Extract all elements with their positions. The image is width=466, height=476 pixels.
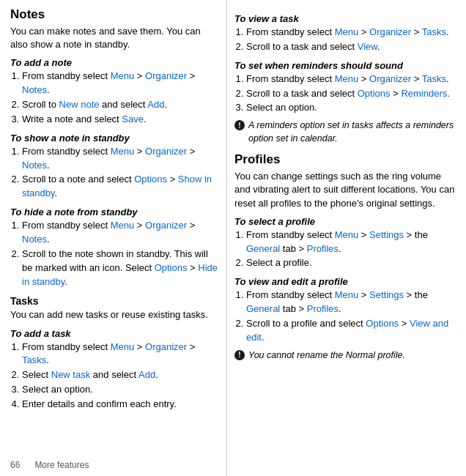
add-link: Add	[138, 369, 155, 380]
page-number: 66	[10, 460, 20, 470]
list-item: Scroll to a task and select View.	[246, 40, 456, 54]
list-item: Scroll to a profile and select Options >…	[246, 317, 456, 345]
notes-link: Notes	[22, 234, 47, 245]
settings-link: Settings	[369, 229, 404, 240]
select-profile-list: From standby select Menu > Settings > th…	[234, 228, 456, 271]
options-link: Options	[155, 262, 188, 273]
profiles-link: Profiles	[307, 243, 339, 254]
add-task-list: From standby select Menu > Organizer > T…	[10, 341, 219, 412]
list-item: Select a profile.	[246, 256, 456, 270]
list-item: From standby select Menu > Organizer > T…	[22, 341, 219, 368]
profiles-intro: You can change settings such as the ring…	[234, 170, 456, 210]
page-footer: 66 More features	[10, 460, 89, 470]
menu-link: Menu	[111, 341, 135, 352]
left-column: Notes You can make notes and save them. …	[0, 0, 227, 476]
organizer-link: Organizer	[369, 26, 411, 37]
new-task-link: New task	[51, 369, 90, 380]
list-item: From standby select Menu > Settings > th…	[246, 228, 456, 256]
reminder-heading: To set when reminders should sound	[234, 60, 456, 71]
options-link: Options	[366, 318, 399, 329]
tasks-link: Tasks	[22, 354, 46, 365]
notes-link: Notes	[22, 160, 47, 171]
view-edit-list: From standby select Menu > Settings > th…	[234, 289, 456, 344]
list-item: Select an option.	[22, 383, 219, 397]
menu-link: Menu	[335, 26, 359, 37]
tasks-intro: You can add new tasks or reuse existing …	[10, 308, 219, 321]
list-item: From standby select Menu > Organizer > T…	[246, 26, 456, 40]
general-link: General	[246, 303, 280, 314]
note-icon: !	[234, 350, 245, 360]
list-item: From standby select Menu > Organizer > N…	[22, 219, 219, 247]
list-item: Scroll to the note shown in standby. Thi…	[22, 248, 219, 289]
list-item: From standby select Menu > Organizer > N…	[22, 70, 219, 97]
view-task-list: From standby select Menu > Organizer > T…	[234, 26, 456, 54]
select-profile-heading: To select a profile	[234, 216, 456, 227]
add-note-list: From standby select Menu > Organizer > N…	[10, 70, 219, 126]
section-label: More features	[34, 460, 89, 470]
reminders-link: Reminders	[401, 88, 447, 99]
view-edit-link: View and edit	[246, 318, 448, 343]
organizer-link: Organizer	[369, 73, 411, 84]
new-note-link: New note	[59, 99, 100, 110]
hide-standby-heading: To hide a note from standby	[10, 207, 219, 217]
notes-intro: You can make notes and save them. You ca…	[10, 25, 219, 51]
reminder-note-text: A reminders option set in tasks affects …	[248, 119, 456, 145]
reminder-list: From standby select Menu > Organizer > T…	[234, 72, 456, 116]
add-link: Add	[147, 99, 164, 110]
tasks-link: Tasks	[422, 26, 446, 37]
list-item: Select an option.	[246, 101, 456, 115]
profiles-heading: Profiles	[234, 152, 456, 167]
profiles-link: Profiles	[307, 303, 339, 314]
menu-link: Menu	[335, 289, 359, 300]
tasks-link: Tasks	[422, 73, 446, 84]
organizer-link: Organizer	[145, 70, 187, 81]
options-link: Options	[134, 174, 167, 185]
add-task-heading: To add a task	[10, 328, 219, 339]
list-item: From standby select Menu > Organizer > N…	[22, 145, 219, 173]
show-standby-link: Show in standby	[22, 174, 212, 198]
options-link: Options	[358, 88, 391, 99]
note-icon: !	[234, 120, 245, 130]
menu-link: Menu	[335, 73, 359, 84]
list-item: Scroll to a task and select Options > Re…	[246, 87, 456, 101]
view-edit-heading: To view and edit a profile	[234, 276, 456, 287]
general-link: General	[246, 243, 280, 254]
profile-note-text: You cannot rename the Normal profile.	[248, 349, 456, 362]
hide-standby-list: From standby select Menu > Organizer > N…	[10, 219, 219, 289]
list-item: Scroll to a note and select Options > Sh…	[22, 173, 219, 201]
organizer-link: Organizer	[145, 146, 187, 157]
add-note-heading: To add a note	[10, 57, 219, 68]
save-link: Save	[122, 114, 144, 124]
tasks-heading: Tasks	[10, 295, 219, 307]
menu-link: Menu	[335, 229, 359, 240]
list-item: Scroll to New note and select Add.	[22, 98, 219, 112]
show-standby-heading: To show a note in standby	[10, 133, 219, 144]
list-item: Write a note and select Save.	[22, 113, 219, 127]
profile-note-box: ! You cannot rename the Normal profile.	[234, 349, 456, 362]
organizer-link: Organizer	[145, 220, 187, 231]
view-link: View	[358, 41, 377, 52]
notes-link: Notes	[22, 84, 47, 95]
list-item: Select New task and select Add.	[22, 368, 219, 382]
hide-standby-link: Hide in standby	[22, 262, 218, 287]
view-task-heading: To view a task	[234, 13, 456, 24]
menu-link: Menu	[111, 70, 135, 81]
list-item: Enter details and confirm each entry.	[22, 398, 219, 412]
list-item: From standby select Menu > Settings > th…	[246, 289, 456, 316]
reminder-note-box: ! A reminders option set in tasks affect…	[234, 119, 456, 145]
settings-link: Settings	[369, 289, 404, 300]
list-item: From standby select Menu > Organizer > T…	[246, 72, 456, 86]
show-standby-list: From standby select Menu > Organizer > N…	[10, 145, 219, 201]
menu-link: Menu	[111, 220, 135, 231]
menu-link: Menu	[111, 146, 135, 157]
notes-heading: Notes	[10, 7, 219, 22]
organizer-link: Organizer	[145, 341, 187, 352]
right-column: To view a task From standby select Menu …	[227, 0, 466, 476]
